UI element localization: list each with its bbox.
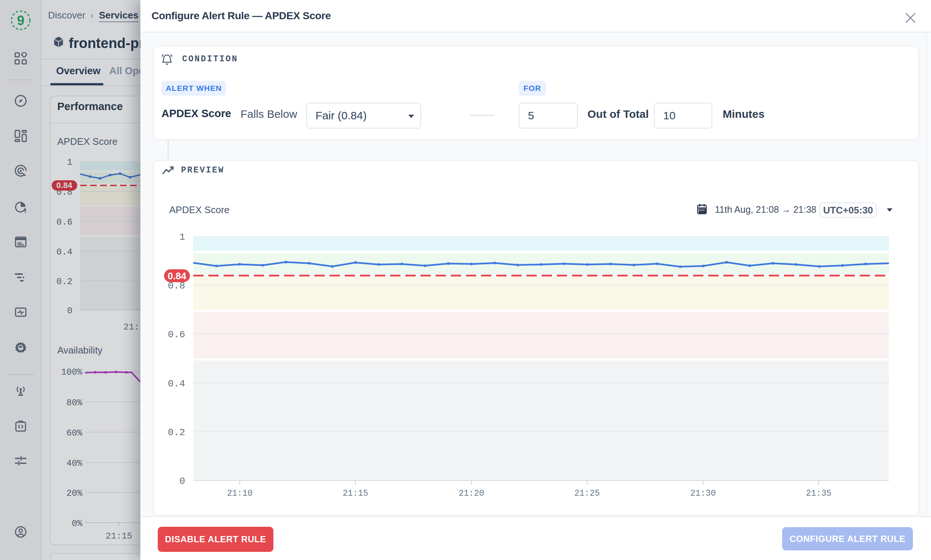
svg-text:21:30: 21:30 xyxy=(690,489,716,498)
svg-text:0.84: 0.84 xyxy=(168,271,186,282)
svg-text:1: 1 xyxy=(179,232,185,243)
svg-text:0: 0 xyxy=(179,476,185,487)
svg-text:21:10: 21:10 xyxy=(227,489,252,498)
svg-text:0.6: 0.6 xyxy=(168,329,185,340)
svg-text:0.4: 0.4 xyxy=(168,378,185,389)
svg-text:21:15: 21:15 xyxy=(343,489,368,498)
svg-text:21:20: 21:20 xyxy=(459,489,484,498)
svg-text:0.2: 0.2 xyxy=(168,427,185,438)
svg-text:21:35: 21:35 xyxy=(806,489,831,498)
svg-text:21:25: 21:25 xyxy=(574,489,600,498)
